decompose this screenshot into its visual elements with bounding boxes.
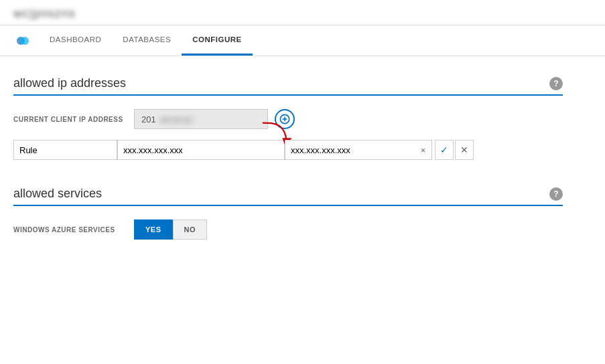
clear-ip-end-button[interactable]: × xyxy=(415,140,432,160)
allowed-ip-header: allowed ip addresses ? xyxy=(13,76,563,96)
current-ip-label: CURRENT CLIENT IP ADDRESS xyxy=(13,116,134,123)
azure-icon xyxy=(13,31,32,50)
yes-no-toggle: YES NO xyxy=(134,219,207,240)
rule-ip-end-wrapper: × xyxy=(285,140,432,160)
nav-item-dashboard[interactable]: DASHBOARD xyxy=(39,25,112,56)
svg-point-1 xyxy=(21,37,29,45)
allowed-ip-title: allowed ip addresses xyxy=(13,76,126,90)
allowed-ip-help-icon[interactable]: ? xyxy=(549,77,563,90)
current-ip-row: CURRENT CLIENT IP ADDRESS 201·xx·xx·xx xyxy=(13,109,563,129)
allowed-services-header: allowed services ? xyxy=(13,187,563,206)
ip-prefix: 201 xyxy=(141,114,156,124)
no-button[interactable]: NO xyxy=(173,219,208,240)
ip-input-wrapper: 201·xx·xx·xx xyxy=(134,109,295,129)
rule-name-input[interactable] xyxy=(13,140,117,160)
nav-item-configure[interactable]: CONFIGURE xyxy=(182,25,253,56)
windows-azure-label: WINDOWS AZURE SERVICES xyxy=(13,226,134,234)
header: wc|pnszns xyxy=(0,0,605,25)
rule-ip-start-input[interactable] xyxy=(117,140,285,160)
ip-display: 201·xx·xx·xx xyxy=(134,109,268,129)
windows-azure-row: WINDOWS AZURE SERVICES YES NO xyxy=(13,219,563,240)
allowed-services-help-icon[interactable]: ? xyxy=(549,187,563,201)
ip-blurred: ·xx·xx·xx xyxy=(159,114,192,124)
navbar: DASHBOARD DATABASES CONFIGURE xyxy=(0,25,605,56)
confirm-rule-button[interactable]: ✓ xyxy=(435,140,454,160)
allowed-services-section: allowed services ? WINDOWS AZURE SERVICE… xyxy=(13,187,563,240)
allowed-ip-section: allowed ip addresses ? CURRENT CLIENT IP… xyxy=(13,76,563,160)
main-content: allowed ip addresses ? CURRENT CLIENT IP… xyxy=(0,56,576,280)
arrow-container: × ✓ ✕ xyxy=(13,140,563,160)
logo: wc|pnszns xyxy=(13,7,76,21)
add-ip-button[interactable] xyxy=(275,109,295,129)
action-buttons: ✓ ✕ xyxy=(435,140,474,160)
yes-button[interactable]: YES xyxy=(134,219,173,240)
rule-ip-end-input[interactable] xyxy=(285,140,432,160)
allowed-services-title: allowed services xyxy=(13,187,102,201)
cancel-rule-button[interactable]: ✕ xyxy=(455,140,474,160)
rule-row: × ✓ ✕ xyxy=(13,140,563,160)
nav-item-databases[interactable]: DATABASES xyxy=(112,25,182,56)
